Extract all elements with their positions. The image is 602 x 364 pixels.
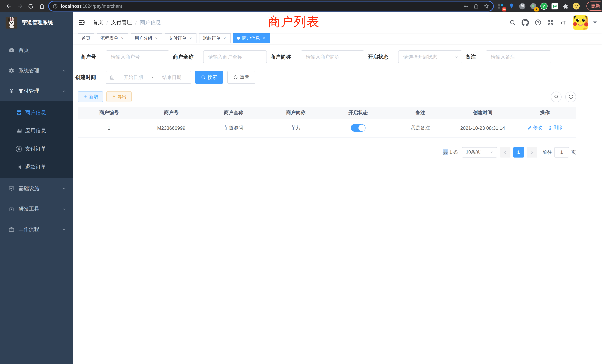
extension-camera-icon[interactable]: 1 <box>529 2 537 10</box>
password-key-icon[interactable] <box>463 3 469 9</box>
delete-link[interactable]: 删除 <box>548 125 562 131</box>
edit-link[interactable]: 修改 <box>527 125 542 131</box>
sidebar-item-merchant-info[interactable]: 商户信息 <box>0 103 73 122</box>
goto-page-input[interactable] <box>554 147 569 157</box>
breadcrumb-separator: / <box>106 20 108 25</box>
date-separator: - <box>152 75 153 80</box>
screen: localhost:1024/pay/merchant 10 ⌘ <box>0 0 602 364</box>
merchant-table: 商户编号 商户号 商户全称 商户简称 开启状态 备注 创建时间 操作 1 <box>78 107 576 137</box>
close-icon[interactable]: × <box>222 36 227 40</box>
font-size-icon[interactable]: тT <box>558 18 568 27</box>
app-logo-row[interactable]: 芋道管理系统 <box>0 12 73 33</box>
col-merchant-no: 商户号 <box>140 107 202 119</box>
close-icon[interactable]: × <box>120 36 125 40</box>
sidebar-item-label: 研发工具 <box>19 205 62 212</box>
tab-user-group[interactable]: 用户分组× <box>131 33 162 43</box>
chevron-down-icon <box>490 150 494 154</box>
prev-page-button[interactable] <box>500 147 510 157</box>
help-icon[interactable] <box>533 18 543 27</box>
status-select[interactable]: 请选择开启状态 <box>398 50 462 63</box>
remark-input[interactable] <box>486 50 551 63</box>
tab-pay-order[interactable]: 支付订单× <box>165 33 196 43</box>
browser-back-icon[interactable] <box>3 1 14 11</box>
filter-label-short-name: 商户简称 <box>270 54 291 60</box>
table-tools <box>551 91 576 102</box>
close-icon[interactable]: × <box>188 36 193 40</box>
browser-reload-icon[interactable] <box>25 1 36 11</box>
cell-remark: 我是备注 <box>389 119 452 137</box>
close-icon[interactable]: × <box>262 36 266 40</box>
extension-y-icon[interactable]: Y <box>540 2 548 10</box>
fullscreen-icon[interactable] <box>546 18 555 27</box>
browser-home-icon[interactable] <box>36 1 47 11</box>
reset-button[interactable]: 重置 <box>227 71 255 84</box>
sidebar-item-label: 工作流程 <box>19 226 62 233</box>
sidebar-item-infra[interactable]: 基础设施 <box>0 178 73 199</box>
search-button[interactable]: 搜索 <box>195 71 223 84</box>
status-toggle[interactable] <box>351 124 366 132</box>
close-icon[interactable]: × <box>154 36 159 40</box>
page-number-1[interactable]: 1 <box>513 147 524 157</box>
table-header-row: 商户编号 商户号 商户全称 商户简称 开启状态 备注 创建时间 操作 <box>78 107 576 119</box>
share-icon[interactable] <box>473 3 479 9</box>
next-page-button[interactable] <box>527 147 537 157</box>
export-button[interactable]: 导出 <box>106 91 132 102</box>
address-bar[interactable]: localhost:1024/pay/merchant <box>49 1 493 11</box>
user-avatar[interactable] <box>573 15 588 30</box>
page-content: 商户号 商户全称 商户简称 开启状态 请选择开启状态 备注 <box>73 44 602 157</box>
header-search-icon[interactable] <box>508 18 517 27</box>
tab-merchant-info[interactable]: 商户信息× <box>233 33 270 43</box>
extension-command-icon[interactable]: ⌘ <box>518 2 526 10</box>
extension-chat-icon[interactable] <box>550 2 559 10</box>
cell-full-name: 芋道源码 <box>202 119 265 137</box>
refresh-button[interactable] <box>565 91 576 102</box>
extension-blocks-icon[interactable]: 10 <box>497 2 505 10</box>
sidebar-item-label: 支付订单 <box>25 146 46 152</box>
cell-short-name: 芋艿 <box>265 119 327 137</box>
chevron-down-icon <box>62 186 66 191</box>
app-title: 芋道管理系统 <box>22 19 53 26</box>
toggle-search-button[interactable] <box>551 91 562 102</box>
create-time-range-picker[interactable]: 开始日期 - 结束日期 <box>106 71 191 84</box>
browser-update-button[interactable]: 更新 <box>586 1 602 11</box>
browser-forward-icon[interactable] <box>14 1 25 11</box>
tab-home[interactable]: 首页 <box>78 33 94 43</box>
browser-profile-avatar[interactable] <box>572 2 580 10</box>
sidebar-item-payment[interactable]: ¥ 支付管理 <box>0 81 73 101</box>
site-info-icon[interactable] <box>53 3 58 9</box>
pay-order-icon: ¥ <box>16 146 22 152</box>
yen-icon: ¥ <box>8 88 15 94</box>
calendar-icon <box>110 75 115 80</box>
extensions-puzzle-icon[interactable] <box>561 2 569 10</box>
sidebar-fold-icon[interactable] <box>73 19 90 26</box>
store-icon <box>16 109 22 116</box>
cell-merchant-id: 1 <box>78 119 140 137</box>
sidebar-item-system[interactable]: 系统管理 <box>0 60 73 81</box>
add-button[interactable]: 新增 <box>78 91 103 102</box>
avatar-caret-icon[interactable] <box>593 21 597 23</box>
extension-balloon-icon[interactable] <box>507 2 516 10</box>
merchant-no-input[interactable] <box>106 50 169 63</box>
grid-icon <box>16 128 22 134</box>
bookmark-star-icon[interactable] <box>483 3 489 9</box>
sidebar-item-pay-order[interactable]: ¥ 支付订单 <box>0 140 73 158</box>
full-name-input[interactable] <box>203 50 267 63</box>
sidebar-item-workflow[interactable]: 工作流程 <box>0 219 73 239</box>
tab-process-form[interactable]: 流程表单× <box>97 33 128 43</box>
breadcrumb-home[interactable]: 首页 <box>93 19 103 26</box>
sidebar-item-dev-tools[interactable]: 研发工具 <box>0 199 73 219</box>
sidebar-item-home[interactable]: 首页 <box>0 40 73 60</box>
short-name-input[interactable] <box>301 50 364 63</box>
breadcrumb-payment[interactable]: 支付管理 <box>111 19 132 26</box>
sidebar-item-label: 系统管理 <box>19 67 62 74</box>
github-icon[interactable] <box>520 18 530 27</box>
sidebar-item-app-info[interactable]: 应用信息 <box>0 122 73 140</box>
sidebar-item-refund-order[interactable]: 退款订单 <box>0 158 73 176</box>
tab-refund-order[interactable]: 退款订单× <box>199 33 231 43</box>
dashboard-icon <box>8 47 15 53</box>
url-text[interactable]: localhost:1024/pay/merchant <box>61 3 122 9</box>
page-size-select[interactable]: 10条/页 <box>462 147 497 157</box>
breadcrumb: 首页 / 支付管理 / 商户信息 <box>93 19 161 26</box>
sidebar-item-label: 基础设施 <box>19 185 62 192</box>
app-logo-rabbit <box>6 17 17 28</box>
